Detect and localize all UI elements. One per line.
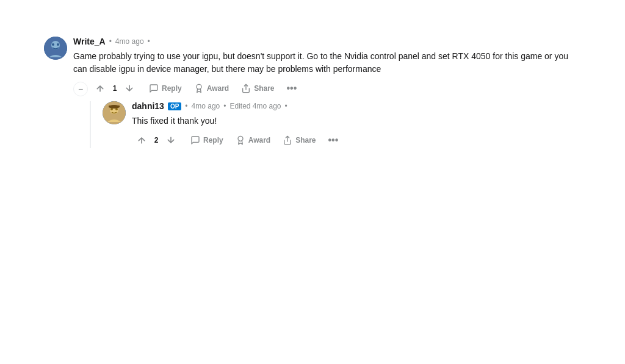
share-label: Share: [254, 84, 274, 93]
main-comment-text: Game probably trying to use your igpu, b…: [73, 50, 581, 76]
reply-more-dots-icon: •••: [328, 135, 339, 146]
page-container: Write_A • 4mo ago • Game probably trying…: [20, 24, 605, 160]
reply-reply-icon: [190, 135, 200, 145]
share-button[interactable]: Share: [236, 81, 279, 96]
downvote-button[interactable]: [120, 81, 139, 96]
reply-edited: Edited 4mo ago: [229, 102, 281, 110]
award-icon: [194, 84, 204, 93]
thread-container: dahni13 OP • 4mo ago • Edited 4mo ago • …: [73, 101, 581, 148]
svg-point-2: [52, 43, 54, 46]
award-label: Award: [207, 84, 229, 93]
main-comment-header: Write_A • 4mo ago •: [73, 37, 581, 46]
main-comment: Write_A • 4mo ago • Game probably trying…: [44, 37, 581, 148]
award-button[interactable]: Award: [189, 81, 234, 96]
avatar-dahni: [103, 101, 126, 124]
more-dots-icon: •••: [287, 83, 297, 94]
reply-share-button[interactable]: Share: [278, 133, 320, 148]
reply-upvote-button[interactable]: [132, 133, 151, 148]
reply-dot1: •: [185, 102, 187, 110]
reply-downvote-button[interactable]: [161, 133, 181, 148]
reply-username: dahni13: [132, 101, 164, 111]
thread-line: [90, 101, 91, 148]
reply-dot3: •: [285, 102, 287, 110]
main-action-bar: − 1: [73, 80, 581, 96]
main-comment-body: Write_A • 4mo ago • Game probably trying…: [73, 37, 581, 148]
reply-comment-body: dahni13 OP • 4mo ago • Edited 4mo ago • …: [132, 101, 581, 148]
main-dot2: •: [148, 37, 150, 46]
reply-downvote-icon: [166, 135, 176, 145]
minus-icon: −: [78, 84, 83, 94]
downvote-icon: [125, 84, 134, 93]
reply-comment-header: dahni13 OP • 4mo ago • Edited 4mo ago •: [132, 101, 581, 111]
upvote-button[interactable]: [90, 81, 110, 96]
reply-reply-label: Reply: [203, 136, 223, 145]
avatar-write: [44, 37, 67, 60]
reply-action-bar: 2: [132, 132, 581, 148]
upvote-icon: [95, 84, 105, 93]
reply-icon: [149, 84, 159, 93]
reply-dot2: •: [223, 102, 226, 110]
main-dot1: •: [109, 37, 112, 46]
reply-reply-button[interactable]: Reply: [186, 133, 228, 148]
svg-rect-10: [109, 105, 120, 107]
reply-upvote-icon: [137, 135, 146, 145]
reply-vote-section: 2: [132, 133, 181, 148]
collapse-button[interactable]: −: [73, 82, 88, 96]
main-timestamp: 4mo ago: [115, 37, 144, 46]
vote-section: 1: [90, 81, 139, 96]
reply-label: Reply: [162, 84, 182, 93]
reply-inner: dahni13 OP • 4mo ago • Edited 4mo ago • …: [103, 101, 581, 148]
reply-comment: dahni13 OP • 4mo ago • Edited 4mo ago • …: [96, 101, 581, 148]
thread-line-wrapper: [73, 101, 96, 148]
vote-count: 1: [112, 84, 117, 93]
reply-comment-text: This fixed it thank you!: [132, 115, 581, 127]
comment-thread: Write_A • 4mo ago • Game probably trying…: [44, 37, 581, 148]
reply-share-label: Share: [295, 136, 316, 145]
reply-award-icon: [236, 135, 245, 145]
op-badge: OP: [168, 102, 181, 110]
reply-award-button[interactable]: Award: [231, 133, 275, 148]
more-button[interactable]: •••: [282, 80, 302, 96]
main-username: Write_A: [73, 37, 106, 46]
reply-more-button[interactable]: •••: [323, 132, 344, 148]
reply-award-label: Award: [248, 136, 270, 145]
svg-point-3: [57, 43, 59, 46]
reply-vote-count: 2: [154, 136, 159, 145]
reply-timestamp: 4mo ago: [192, 102, 220, 110]
reply-button[interactable]: Reply: [144, 81, 187, 96]
reply-share-icon: [283, 135, 292, 145]
share-icon: [241, 84, 251, 93]
